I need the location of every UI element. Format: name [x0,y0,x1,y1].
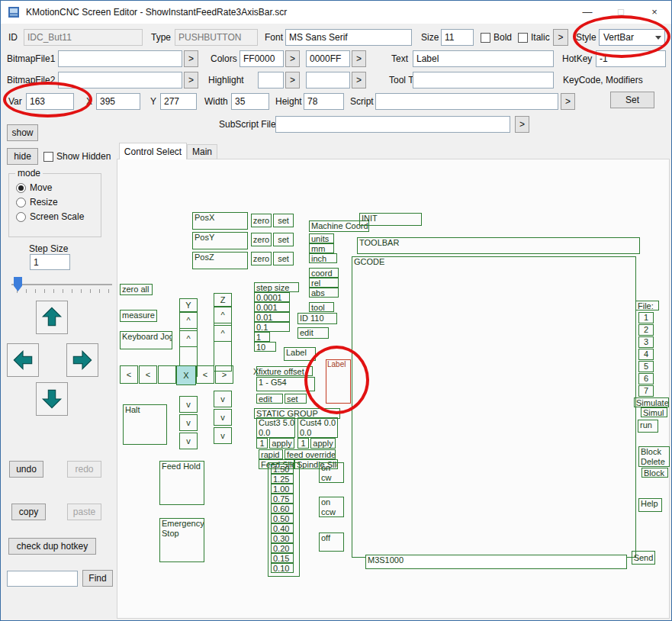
slider-value-item[interactable]: 0.10 [271,563,294,573]
hide-button[interactable]: hide [7,148,38,165]
script-field[interactable] [375,93,558,110]
measure-button[interactable]: measure [120,310,157,322]
axis-x-header[interactable]: X [176,365,196,385]
step-size-box[interactable]: step size [254,282,299,292]
slider-value-item[interactable]: 0.30 [271,533,294,543]
step-value-item[interactable]: 0.1 [254,322,290,332]
cust4-apply-button[interactable]: apply [310,438,336,449]
set-button[interactable]: Set [610,92,654,108]
x-jog-right-cell[interactable]: > [215,365,233,384]
font-browse-button[interactable]: > [553,29,568,46]
height-field[interactable] [304,93,344,110]
bitmap1-browse-button[interactable]: > [184,50,198,67]
copy-button[interactable]: copy [11,504,46,520]
font-field[interactable] [285,29,412,46]
units-label[interactable]: units [309,233,334,243]
color2-picker-button[interactable]: > [352,50,366,67]
fixture-offset-label[interactable]: fixture offset [256,366,313,376]
mdi-input[interactable]: M3S1000 [365,555,627,569]
size-field[interactable] [441,29,474,46]
spindle-off-button[interactable]: off [319,533,344,552]
x-jog-empty-cell[interactable] [158,365,176,384]
maximize-button[interactable]: □ [604,1,638,23]
init-button[interactable]: INIT [359,213,422,226]
subscript-field[interactable] [275,116,510,133]
file-slot-button[interactable]: 4 [638,349,654,360]
y-field[interactable] [160,93,197,110]
x-jog-left-cell[interactable]: < [120,365,138,384]
zero-all-button[interactable]: zero all [120,284,153,295]
file-slot-button[interactable]: 1 [638,312,654,323]
label-control[interactable]: Label [284,347,316,361]
axis-y-header[interactable]: Y [179,298,198,312]
show-hidden-checkbox-box[interactable] [43,152,53,162]
bitmap1-field[interactable] [58,50,182,67]
slider-value-item[interactable]: 0.50 [271,513,294,523]
tab-control-select[interactable]: Control Select [119,143,187,159]
file-slot-button[interactable]: 3 [638,336,654,348]
spindle-on-ccw-button[interactable]: on ccw [319,497,344,517]
set-x-button[interactable]: set [273,214,294,227]
inch-radio[interactable]: inch [309,253,337,263]
cust3-apply-button[interactable]: apply [269,438,294,449]
y-jog-up-cell[interactable]: ^ [179,330,198,347]
radio-resize-circle[interactable] [16,198,26,208]
feed-hold-button[interactable]: Feed Hold [159,461,204,505]
screen-canvas[interactable]: PosX zero set PosY zero set PosZ zero se… [117,159,670,619]
fixture-set-button[interactable]: set [285,394,307,404]
bitmap2-field[interactable] [58,72,182,88]
step-value-item[interactable]: 1 [254,332,270,342]
jog-up-button[interactable] [36,301,68,334]
cust3-input[interactable]: 1 [256,438,268,449]
x-field[interactable] [96,93,140,110]
find-button[interactable]: Find [82,570,113,587]
color1-picker-button[interactable]: > [285,50,300,67]
abs-radio[interactable]: abs [309,288,339,298]
step-value-item[interactable]: 10 [254,342,276,352]
send-button[interactable]: Send [632,551,655,565]
x-jog-left-cell[interactable]: < [139,365,157,384]
redo-button[interactable]: redo [67,461,101,478]
halt-button[interactable]: Halt [123,404,167,445]
tooltip-field[interactable] [413,72,554,88]
jog-left-button[interactable] [7,343,39,377]
hotkey-field[interactable] [596,50,666,67]
file-slot-button[interactable]: 5 [638,361,654,372]
find-field[interactable] [7,571,78,587]
text-field[interactable] [413,50,554,67]
zero-z-button[interactable]: zero [251,252,272,265]
bold-checkbox-box[interactable] [481,33,490,43]
set-y-button[interactable]: set [273,233,294,246]
coord-label[interactable]: coord [309,268,339,278]
color1-field[interactable] [240,50,284,67]
tool-label[interactable]: tool [309,302,334,312]
italic-checkbox[interactable]: Italic [518,32,550,43]
check-dup-hotkey-button[interactable]: check dup hotkey [8,538,96,555]
show-hidden-checkbox[interactable]: Show Hidden [43,151,111,162]
file-slot-button[interactable]: 6 [638,373,654,385]
slider-value-item[interactable]: 0.60 [271,504,294,513]
slider-value-item[interactable]: 0.20 [271,543,294,553]
block-label[interactable]: Block [641,468,668,478]
radio-move[interactable]: Move [16,182,52,193]
slider-value-item[interactable]: 0.15 [271,553,294,563]
file-slot-button[interactable]: 7 [638,385,654,397]
x-jog-left-cell[interactable]: < [196,365,214,384]
fixture-edit-button[interactable]: edit [256,394,283,404]
cust4-display[interactable]: Cust4 0.0 0.0 [297,417,338,438]
toolbar-box[interactable]: TOOLBAR [357,237,640,254]
cust4-input[interactable]: 1 [297,438,309,449]
step-value-item[interactable]: 0.01 [254,312,290,322]
keyboard-jog-button[interactable]: Keyboard Jog [120,331,172,349]
mm-radio[interactable]: mm [309,243,334,253]
undo-button[interactable]: undo [9,461,43,478]
cust3-display[interactable]: Cust3 5.0 0.0 [256,417,295,438]
z-jog-down-cell[interactable]: v [214,391,232,407]
z-jog-down-cell[interactable]: v [214,409,232,426]
fixture-select[interactable]: 1 - G54 [256,377,315,391]
rel-radio[interactable]: rel [309,278,339,288]
simulate-checkbox[interactable]: Simulate [634,397,669,407]
file-slot-button[interactable]: 2 [638,324,654,336]
help-button[interactable]: Help [638,498,662,512]
highlight2-picker-button[interactable]: > [352,72,366,88]
